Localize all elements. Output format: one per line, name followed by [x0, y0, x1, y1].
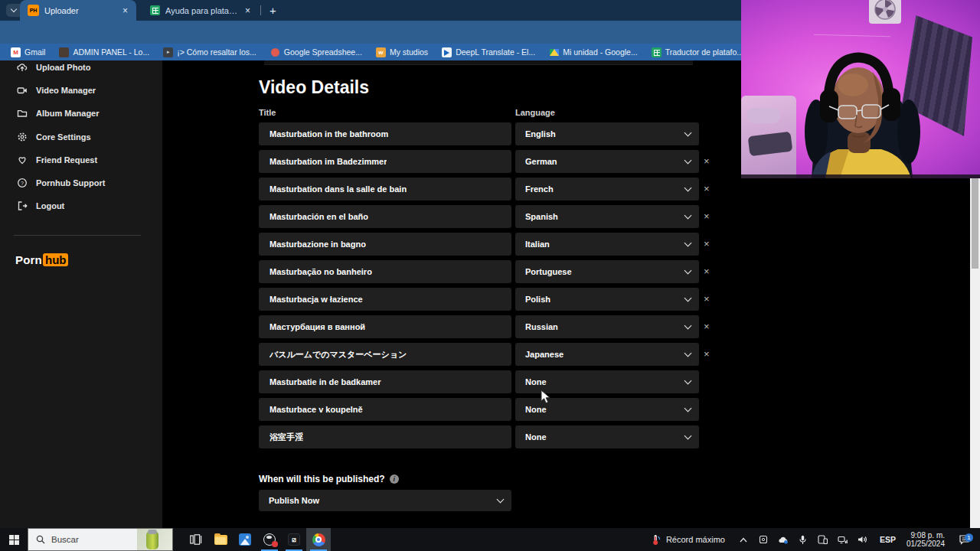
bookmark-my-studios[interactable]: w My studios	[376, 47, 428, 57]
bookmark-gmail[interactable]: M Gmail	[11, 47, 45, 57]
tab-uploader[interactable]: PH Uploader ×	[20, 0, 136, 21]
publish-label: When will this be published? i	[259, 474, 399, 484]
task-view-icon	[190, 534, 202, 545]
language-select[interactable]: Japanese	[515, 343, 699, 366]
video-detail-row: Мастурбация в ванной Russian ×	[0, 315, 980, 338]
deepl-icon	[442, 47, 452, 57]
language-select[interactable]: English	[515, 122, 699, 145]
language-select[interactable]: German	[515, 150, 699, 173]
clock[interactable]: 9:08 p. m. 01/25/2024	[906, 531, 945, 548]
title-value: バスルームでのマスターベーション	[270, 349, 407, 360]
tray-onedrive-button[interactable]	[777, 536, 789, 544]
photos-button[interactable]	[233, 528, 257, 551]
bookmark-google-spreadsheet[interactable]: Google Spreadshee...	[270, 47, 362, 57]
photos-icon	[239, 533, 251, 546]
title-input[interactable]: 浴室手淫	[259, 425, 511, 448]
tray-update-button[interactable]	[757, 535, 769, 544]
title-value: 浴室手淫	[270, 432, 303, 443]
language-select[interactable]: Russian	[515, 315, 699, 338]
title-input[interactable]: Masturbatie in de badkamer	[259, 370, 511, 393]
language-value: None	[525, 405, 547, 414]
remove-row-button[interactable]: ×	[704, 293, 710, 305]
tray-volume-button[interactable]	[857, 535, 869, 544]
scrollbar-thumb[interactable]	[972, 178, 978, 269]
title-input[interactable]: Masturbation in the bathroom	[259, 122, 511, 145]
studios-favicon-icon: w	[376, 47, 386, 57]
notification-button[interactable]: 1	[952, 534, 975, 545]
keyboard-language[interactable]: ESP	[877, 535, 899, 544]
tray-expand-button[interactable]	[737, 537, 750, 543]
title-input[interactable]: Masturbazione in bagno	[259, 233, 511, 256]
admin-favicon-icon	[59, 47, 69, 57]
bookmark-drive[interactable]: Mi unidad - Google...	[549, 47, 637, 57]
person	[741, 0, 980, 178]
system-tray: Récord máximo	[646, 528, 980, 551]
microphone-icon	[799, 535, 806, 545]
network-icon	[838, 535, 848, 544]
title-input[interactable]: Masturbation dans la salle de bain	[259, 178, 511, 201]
desk-edge	[741, 174, 980, 178]
windows-logo-icon	[9, 535, 19, 545]
video-detail-row: Masturbación en el baño Spanish ×	[0, 205, 980, 228]
chevron-down-icon	[684, 266, 692, 274]
remove-row-button[interactable]: ×	[704, 155, 710, 167]
remove-row-button[interactable]: ×	[704, 183, 710, 194]
weather-widget[interactable]: Récord máximo	[646, 534, 730, 546]
language-select[interactable]: French	[515, 178, 699, 201]
taskbar-search-input[interactable]: Buscar	[28, 528, 173, 551]
cloud-icon	[778, 536, 789, 544]
close-tab-icon[interactable]: ×	[120, 5, 130, 16]
task-view-button[interactable]	[184, 528, 208, 551]
remove-row-button[interactable]: ×	[704, 210, 710, 222]
language-select[interactable]: Spanish	[515, 205, 699, 228]
chrome-icon	[312, 533, 325, 546]
chevron-down-icon	[497, 495, 505, 503]
language-select[interactable]: Polish	[515, 288, 699, 311]
bookmark-traductor[interactable]: Traductor de platafo...	[652, 47, 743, 57]
new-tab-button[interactable]: +	[266, 3, 280, 18]
remove-row-button[interactable]: ×	[704, 348, 710, 360]
bookmark-deepl[interactable]: DeepL Translate - El...	[442, 47, 535, 57]
start-button[interactable]	[0, 528, 28, 551]
title-input[interactable]: Masturbation im Badezimmer	[259, 150, 511, 173]
tab-sheets[interactable]: Ayuda para plataformas - Hojas ×	[142, 0, 259, 21]
video-detail-row: Masturbation dans la salle de bain Frenc…	[0, 178, 980, 201]
title-input[interactable]: バスルームでのマスターベーション	[259, 343, 511, 366]
title-input[interactable]: Masturbace v koupelně	[259, 398, 511, 421]
language-select[interactable]: Italian	[515, 233, 699, 256]
language-value: Russian	[525, 322, 558, 331]
tray-phone-link-button[interactable]	[817, 535, 829, 544]
mouse-cursor	[541, 390, 554, 405]
info-icon[interactable]: i	[390, 474, 399, 484]
close-tab-icon[interactable]: ×	[243, 5, 253, 16]
remove-row-button[interactable]: ×	[704, 238, 710, 249]
tray-microphone-button[interactable]	[797, 535, 809, 545]
language-select[interactable]: None	[515, 425, 699, 448]
thermometer-icon	[651, 534, 661, 546]
chrome-button[interactable]	[306, 528, 331, 551]
remove-row-button[interactable]: ×	[704, 266, 710, 277]
title-input[interactable]: Мастурбация в ванной	[259, 315, 511, 338]
bookmark-como-resaltar[interactable]: ▸ ¡> Cómo resaltar los...	[163, 47, 256, 57]
video-detail-row: Masturbace v koupelně None ×	[0, 398, 980, 421]
obs-button[interactable]	[257, 528, 282, 551]
language-value: Spanish	[525, 212, 558, 221]
publish-select[interactable]: Publish Now	[259, 490, 511, 511]
language-select[interactable]: Portuguese	[515, 260, 699, 283]
language-value: Japanese	[525, 350, 564, 359]
dark-favicon-icon: ▸	[163, 47, 173, 57]
capcut-icon: ⧄	[288, 533, 300, 546]
capcut-button[interactable]: ⧄	[282, 528, 306, 551]
notification-count-badge: 1	[965, 533, 973, 542]
webcam-overlay	[741, 0, 980, 178]
chevron-down-icon	[684, 184, 692, 191]
tray-network-button[interactable]	[837, 535, 849, 544]
title-value: Masturbatie in de badkamer	[270, 377, 381, 386]
title-input[interactable]: Masturbación en el baño	[259, 205, 511, 228]
bookmark-admin-panel[interactable]: ADMIN PANEL - Lo...	[59, 47, 149, 57]
title-input[interactable]: Masturbacja w łazience	[259, 288, 511, 311]
title-input[interactable]: Masturbação no banheiro	[259, 260, 511, 283]
file-explorer-button[interactable]	[208, 528, 233, 551]
search-icon	[36, 535, 45, 544]
remove-row-button[interactable]: ×	[704, 321, 710, 332]
